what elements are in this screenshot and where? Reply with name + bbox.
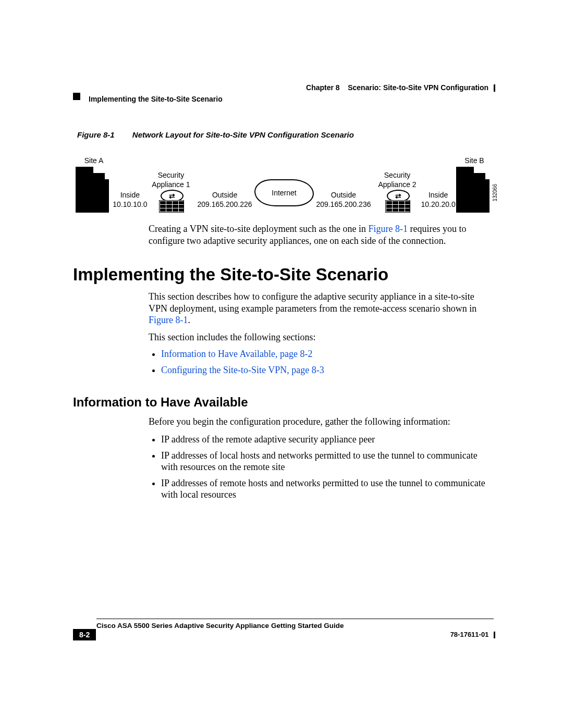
internet-label: Internet	[272, 189, 296, 197]
list-item: IP address of the remote adaptive securi…	[161, 434, 493, 446]
footer-bar-icon	[494, 632, 495, 638]
section-heading: Implementing the Site-to-Site Scenario	[73, 265, 388, 285]
running-header-left: Implementing the Site-to-Site Scenario	[89, 95, 223, 103]
list-item: IP addresses of local hosts and networks…	[161, 450, 493, 473]
list-item: IP addresses of remote hosts and network…	[161, 477, 493, 501]
page-number: 8-2	[73, 629, 96, 640]
includes-intro: This section includes the following sect…	[149, 331, 493, 343]
inside-b-label: Inside	[429, 191, 448, 199]
outside-b-ip: 209.165.200.236	[316, 200, 371, 208]
appliance1-bottom: Appliance 1	[152, 180, 190, 189]
figure-paragraph: Creating a VPN site-to-site deployment s…	[149, 223, 493, 246]
building-icon	[456, 166, 493, 213]
figure-ref-link[interactable]: Figure 8-1	[369, 224, 408, 234]
xref-link[interactable]: Configuring the Site-to-Site VPN, page 8…	[161, 365, 324, 375]
cloud-icon: Internet	[254, 179, 314, 206]
site-a-label: Site A	[84, 156, 104, 165]
footer-guide-title: Cisco ASA 5500 Series Adaptive Security …	[96, 622, 344, 630]
outside-a-ip: 209.165.200.226	[198, 200, 252, 208]
section-links: Information to Have Available, page 8-2 …	[149, 345, 493, 380]
building-icon	[76, 166, 112, 213]
header-square-icon	[73, 93, 80, 100]
subsection-intro: Before you begin the configuration proce…	[149, 416, 493, 428]
footer-rule	[96, 619, 494, 619]
outside-a-label: Outside	[212, 191, 237, 199]
inside-b-ip: 10.20.20.0	[421, 200, 456, 208]
inside-a-label: Inside	[120, 191, 140, 199]
figure-ref-link[interactable]: Figure 8-1	[149, 315, 188, 325]
xref-link[interactable]: Information to Have Available, page 8-2	[161, 349, 313, 359]
chapter-label: Chapter 8	[306, 83, 340, 92]
figure-label: Figure 8-1	[77, 130, 130, 139]
outside-b-label: Outside	[331, 191, 356, 199]
firewall-icon: ⇄	[385, 190, 409, 213]
header-bar-icon	[494, 84, 495, 92]
section-intro: This section describes how to configure …	[149, 291, 493, 326]
running-header-right: Chapter 8 Scenario: Site-to-Site VPN Con…	[306, 83, 495, 92]
figure-title: Network Layout for Site-to-Site VPN Conf…	[132, 130, 354, 139]
page: Chapter 8 Scenario: Site-to-Site VPN Con…	[0, 0, 563, 728]
image-id: 132066	[492, 184, 498, 201]
firewall-icon: ⇄	[159, 190, 183, 213]
chapter-title: Scenario: Site-to-Site VPN Configuration	[348, 83, 488, 92]
info-bullets: IP address of the remote adaptive securi…	[149, 430, 493, 505]
document-number: 78-17611-01	[450, 631, 495, 638]
appliance2-bottom: Appliance 2	[378, 180, 416, 189]
appliance2-top: Security	[384, 171, 411, 179]
subsection-heading: Information to Have Available	[73, 395, 248, 410]
figure-caption: Figure 8-1 Network Layout for Site-to-Si…	[77, 130, 354, 139]
site-b-label: Site B	[464, 156, 484, 165]
network-diagram: Site A Inside 10.10.10.0 Security Applia…	[76, 150, 493, 213]
appliance1-top: Security	[158, 171, 185, 179]
inside-a-ip: 10.10.10.0	[113, 200, 147, 208]
